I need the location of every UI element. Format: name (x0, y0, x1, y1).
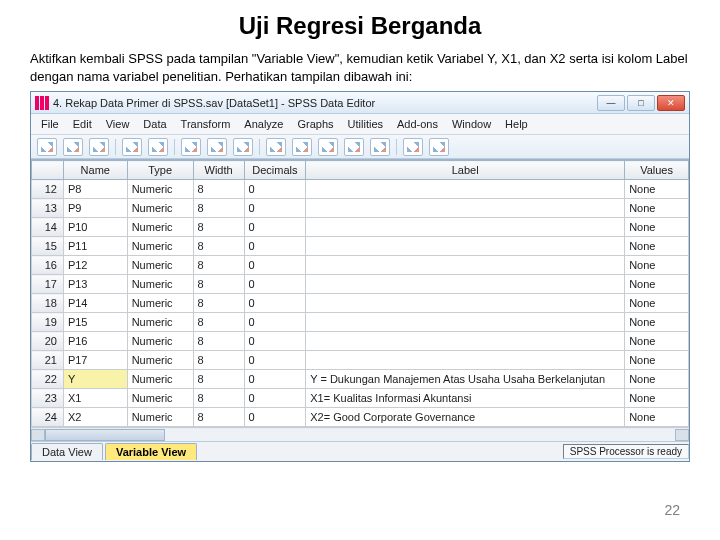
cell-width[interactable]: 8 (193, 313, 244, 332)
insert-var-icon[interactable] (292, 138, 312, 156)
cell-values[interactable]: None (625, 218, 689, 237)
save-icon[interactable] (63, 138, 83, 156)
cell-width[interactable]: 8 (193, 218, 244, 237)
row-number[interactable]: 14 (32, 218, 64, 237)
table-row[interactable]: 18P14Numeric80None (32, 294, 689, 313)
cell-label[interactable] (306, 275, 625, 294)
cell-decimals[interactable]: 0 (244, 256, 306, 275)
scroll-thumb[interactable] (45, 429, 165, 441)
select-cases-icon[interactable] (370, 138, 390, 156)
menu-view[interactable]: View (100, 116, 136, 132)
menu-window[interactable]: Window (446, 116, 497, 132)
row-number[interactable]: 22 (32, 370, 64, 389)
row-number[interactable]: 18 (32, 294, 64, 313)
menu-addons[interactable]: Add-ons (391, 116, 444, 132)
cell-type[interactable]: Numeric (127, 256, 193, 275)
cell-type[interactable]: Numeric (127, 199, 193, 218)
cell-values[interactable]: None (625, 199, 689, 218)
cell-label[interactable] (306, 351, 625, 370)
cell-type[interactable]: Numeric (127, 408, 193, 427)
cell-name[interactable]: P17 (63, 351, 127, 370)
cell-decimals[interactable]: 0 (244, 332, 306, 351)
row-number[interactable]: 23 (32, 389, 64, 408)
cell-label[interactable]: X2= Good Corporate Governance (306, 408, 625, 427)
row-number[interactable]: 19 (32, 313, 64, 332)
menu-analyze[interactable]: Analyze (238, 116, 289, 132)
cell-name[interactable]: X1 (63, 389, 127, 408)
cell-width[interactable]: 8 (193, 351, 244, 370)
cell-type[interactable]: Numeric (127, 370, 193, 389)
menu-data[interactable]: Data (137, 116, 172, 132)
cell-decimals[interactable]: 0 (244, 408, 306, 427)
insert-case-icon[interactable] (266, 138, 286, 156)
table-row[interactable]: 22YNumeric80Y = Dukungan Manajemen Atas … (32, 370, 689, 389)
cell-name[interactable]: P9 (63, 199, 127, 218)
cell-label[interactable] (306, 313, 625, 332)
cell-label[interactable] (306, 218, 625, 237)
horizontal-scrollbar[interactable] (31, 427, 689, 441)
menu-transform[interactable]: Transform (175, 116, 237, 132)
cell-decimals[interactable]: 0 (244, 218, 306, 237)
table-row[interactable]: 23X1Numeric80X1= Kualitas Informasi Akun… (32, 389, 689, 408)
cell-type[interactable]: Numeric (127, 294, 193, 313)
table-row[interactable]: 17P13Numeric80None (32, 275, 689, 294)
cell-values[interactable]: None (625, 180, 689, 199)
maximize-button[interactable]: □ (627, 95, 655, 111)
row-number[interactable]: 13 (32, 199, 64, 218)
cell-label[interactable]: X1= Kualitas Informasi Akuntansi (306, 389, 625, 408)
cell-width[interactable]: 8 (193, 332, 244, 351)
title-bar[interactable]: 4. Rekap Data Primer di SPSS.sav [DataSe… (31, 92, 689, 114)
row-number[interactable]: 20 (32, 332, 64, 351)
close-button[interactable]: ✕ (657, 95, 685, 111)
cell-name[interactable]: P15 (63, 313, 127, 332)
cell-name[interactable]: P8 (63, 180, 127, 199)
cell-type[interactable]: Numeric (127, 275, 193, 294)
print-icon[interactable] (89, 138, 109, 156)
cell-name[interactable]: P12 (63, 256, 127, 275)
cell-name[interactable]: Y (63, 370, 127, 389)
table-row[interactable]: 20P16Numeric80None (32, 332, 689, 351)
row-number[interactable]: 21 (32, 351, 64, 370)
cell-width[interactable]: 8 (193, 294, 244, 313)
cell-type[interactable]: Numeric (127, 332, 193, 351)
cell-label[interactable] (306, 294, 625, 313)
cell-width[interactable]: 8 (193, 199, 244, 218)
cell-decimals[interactable]: 0 (244, 351, 306, 370)
redo-icon[interactable] (148, 138, 168, 156)
cell-type[interactable]: Numeric (127, 351, 193, 370)
table-row[interactable]: 21P17Numeric80None (32, 351, 689, 370)
variable-grid[interactable]: Name Type Width Decimals Label Values 12… (31, 159, 689, 427)
cell-values[interactable]: None (625, 370, 689, 389)
col-values[interactable]: Values (625, 161, 689, 180)
cell-decimals[interactable]: 0 (244, 275, 306, 294)
row-number[interactable]: 16 (32, 256, 64, 275)
col-name[interactable]: Name (63, 161, 127, 180)
cell-name[interactable]: X2 (63, 408, 127, 427)
cell-label[interactable] (306, 237, 625, 256)
col-width[interactable]: Width (193, 161, 244, 180)
menu-file[interactable]: File (35, 116, 65, 132)
cell-values[interactable]: None (625, 237, 689, 256)
cell-values[interactable]: None (625, 275, 689, 294)
cell-name[interactable]: P13 (63, 275, 127, 294)
table-row[interactable]: 24X2Numeric80X2= Good Corporate Governan… (32, 408, 689, 427)
cell-label[interactable] (306, 180, 625, 199)
cell-width[interactable]: 8 (193, 370, 244, 389)
cell-label[interactable] (306, 256, 625, 275)
cell-type[interactable]: Numeric (127, 389, 193, 408)
menu-edit[interactable]: Edit (67, 116, 98, 132)
menu-help[interactable]: Help (499, 116, 534, 132)
cell-values[interactable]: None (625, 294, 689, 313)
value-labels-icon[interactable] (403, 138, 423, 156)
row-number[interactable]: 12 (32, 180, 64, 199)
table-row[interactable]: 16P12Numeric80None (32, 256, 689, 275)
weight-cases-icon[interactable] (344, 138, 364, 156)
open-icon[interactable] (37, 138, 57, 156)
cell-type[interactable]: Numeric (127, 218, 193, 237)
cell-decimals[interactable]: 0 (244, 370, 306, 389)
cell-type[interactable]: Numeric (127, 313, 193, 332)
tab-variable-view[interactable]: Variable View (105, 443, 197, 460)
cell-decimals[interactable]: 0 (244, 237, 306, 256)
goto-icon[interactable] (181, 138, 201, 156)
cell-name[interactable]: P10 (63, 218, 127, 237)
